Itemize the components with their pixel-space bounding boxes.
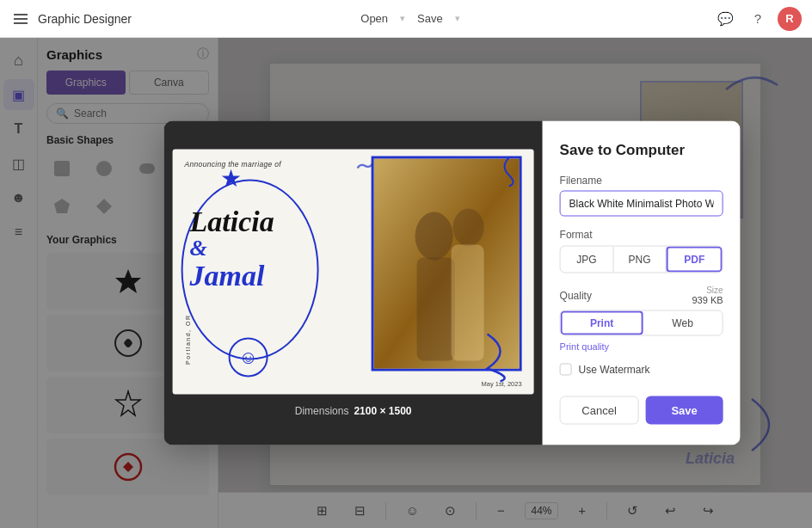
format-png[interactable]: PNG — [612, 247, 667, 273]
quality-label: Quality — [560, 289, 592, 301]
topbar-center-actions: Open ▾ Save ▾ — [352, 9, 459, 28]
modal-footer: Cancel Save — [560, 396, 723, 425]
format-label: Format — [560, 229, 723, 241]
date-text: May 1st, 2023 — [481, 380, 521, 388]
watermark-checkbox[interactable] — [560, 364, 572, 376]
size-value: 939 KB — [692, 295, 723, 305]
size-label: Size — [706, 285, 723, 295]
quality-buttons: Print Web — [560, 310, 723, 336]
amp-text: & — [190, 237, 274, 260]
topbar: Graphic Designer Open ▾ Save ▾ 💬 ? R — [0, 0, 812, 38]
quality-print[interactable]: Print — [561, 311, 643, 335]
format-pdf[interactable]: PDF — [667, 247, 723, 273]
menu-icon[interactable] — [10, 10, 31, 28]
names-container: Laticia & Jamal — [190, 206, 274, 292]
modal-save-panel: Save to Computer Filename Format JPG PNG… — [543, 121, 741, 445]
wave-top-right — [496, 154, 522, 188]
save-modal: Announcing the marriage of ★ 〜 Laticia &… — [164, 121, 741, 445]
cancel-button[interactable]: Cancel — [560, 396, 639, 425]
format-buttons: JPG PNG PDF — [560, 246, 723, 273]
watermark-row: Use Watermark — [560, 364, 723, 376]
app-title: Graphic Designer — [38, 12, 132, 26]
wedding-card-preview: Announcing the marriage of ★ 〜 Laticia &… — [173, 150, 534, 395]
quality-size-row: Quality Size 939 KB — [560, 285, 723, 305]
avatar[interactable]: R — [778, 7, 802, 31]
open-button[interactable]: Open — [352, 9, 397, 28]
print-quality-link[interactable]: Print quality — [560, 341, 723, 352]
dimensions-row: Dimensions 2100 × 1500 — [295, 405, 412, 417]
main-layout: ⌂ ▣ T ◫ ☻ ≡ Graphics ⓘ Graphics Canva 🔍 … — [0, 38, 812, 528]
svg-point-10 — [415, 212, 453, 261]
filename-input[interactable] — [560, 191, 723, 217]
smiley-decoration: ☺ — [229, 338, 268, 378]
dimensions-label: Dimensions — [295, 405, 349, 417]
filename-label: Filename — [560, 175, 723, 187]
comments-icon[interactable]: 💬 — [712, 6, 738, 32]
name1-text: Laticia — [190, 206, 274, 237]
name2-text: Jamal — [190, 260, 274, 292]
save-modal-button[interactable]: Save — [646, 396, 723, 425]
svg-point-11 — [453, 209, 484, 247]
help-icon[interactable]: ? — [745, 6, 771, 32]
location-text: Portland, OR — [185, 314, 191, 364]
quality-web[interactable]: Web — [643, 311, 723, 335]
modal-preview-panel: Announcing the marriage of ★ 〜 Laticia &… — [164, 121, 543, 445]
watermark-label: Use Watermark — [579, 364, 650, 376]
squiggle-bottom-right — [479, 326, 522, 386]
format-jpg[interactable]: JPG — [561, 247, 613, 273]
svg-rect-12 — [417, 258, 455, 361]
dimensions-value: 2100 × 1500 — [354, 405, 411, 417]
size-info: Size 939 KB — [692, 285, 723, 305]
modal-title: Save to Computer — [560, 142, 723, 159]
save-button[interactable]: Save — [409, 9, 452, 28]
topbar-right: 💬 ? R — [712, 6, 802, 32]
